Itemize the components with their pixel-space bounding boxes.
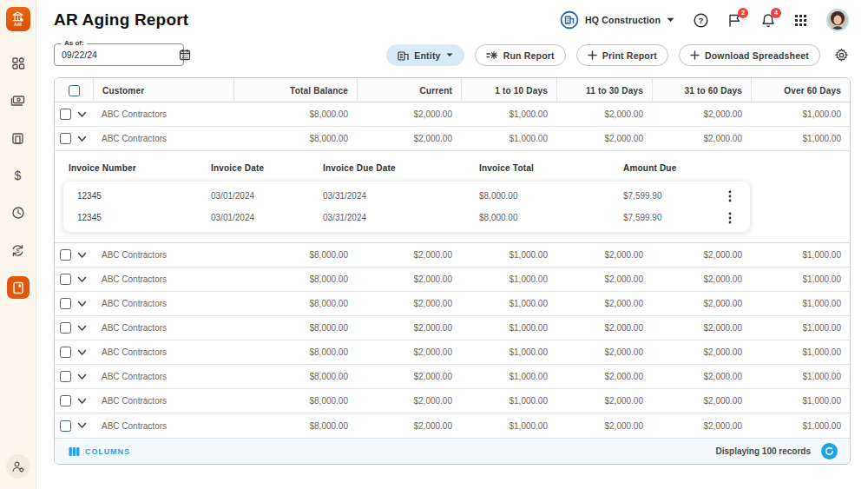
table-row[interactable]: ABC Contractors$8,000.00$2,000.00$1,000.… (55, 102, 850, 127)
row-checkbox[interactable] (60, 274, 71, 285)
customer-cell: ABC Contractors (93, 274, 233, 284)
table-row[interactable]: ABC Contractors$8,000.00$2,000.00$1,000.… (55, 389, 850, 413)
row-checkbox[interactable] (60, 420, 71, 432)
records-count: Displaying 100 records (716, 446, 812, 456)
app-logo[interactable]: A/R (6, 7, 30, 31)
sidebar-item-user-settings[interactable] (6, 454, 30, 479)
table-body: ABC Contractors$8,000.00$2,000.00$1,000.… (55, 102, 850, 438)
expand-chevron-icon[interactable] (77, 373, 87, 380)
sidebar-item-sync-payments[interactable]: $ (7, 239, 30, 261)
column-header-customer[interactable]: Customer (93, 78, 233, 102)
invoice-date-cell: 03/01/2024 (211, 213, 323, 222)
columns-button[interactable]: COLUMNS (69, 446, 130, 457)
invoice-detail-panel: Invoice NumberInvoice DateInvoice Due Da… (55, 151, 850, 243)
calendar-icon[interactable] (179, 49, 191, 61)
row-checkbox[interactable] (60, 109, 71, 120)
over-60-cell: $1,000.00 (751, 396, 850, 406)
invoice-row[interactable]: 1234503/01/202403/31/2024$8,000.00$7,599… (63, 207, 750, 228)
table-row[interactable]: ABC Contractors$8,000.00$2,000.00$1,000.… (55, 340, 850, 365)
column-header-over-60-days[interactable]: Over 60 Days (751, 78, 850, 102)
sidebar-item-history[interactable] (7, 202, 30, 224)
select-all-checkbox[interactable] (69, 85, 80, 96)
current-cell: $2,000.00 (357, 323, 461, 333)
column-header-total-balance[interactable]: Total Balance (233, 78, 357, 102)
sidebar-item-ar-aging-active[interactable] (7, 276, 30, 299)
entity-label: Entity (414, 50, 440, 61)
row-checkbox[interactable] (60, 395, 71, 406)
current-cell: $2,000.00 (357, 347, 461, 357)
run-report-button[interactable]: Run Report (475, 44, 566, 66)
expand-chevron-icon[interactable] (77, 111, 87, 118)
help-button[interactable]: ? (694, 13, 708, 28)
user-avatar[interactable] (826, 9, 849, 31)
refresh-button[interactable] (821, 443, 838, 459)
expand-chevron-icon[interactable] (77, 252, 87, 259)
days-1-10-cell: $1,000.00 (461, 109, 556, 119)
print-report-label: Print Report (602, 50, 657, 61)
expand-chevron-icon[interactable] (77, 349, 87, 356)
sidebar-item-billing[interactable]: $ (7, 164, 30, 187)
table-row[interactable]: ABC Contractors$8,000.00$2,000.00$1,000.… (55, 127, 850, 151)
download-spreadsheet-button[interactable]: Download Spreadsheet (679, 44, 820, 66)
expand-chevron-icon[interactable] (77, 398, 87, 405)
days-1-10-cell: $1,000.00 (461, 347, 556, 357)
topbar-actions: HQ Construction ? 2 (560, 9, 849, 31)
table-row[interactable]: ABC Contractors$8,000.00$2,000.00$1,000.… (55, 365, 850, 389)
sidebar-item-documents[interactable] (7, 127, 30, 149)
expand-chevron-icon[interactable] (77, 422, 87, 429)
clock-icon (11, 206, 25, 220)
customer-cell: ABC Contractors (93, 372, 233, 381)
row-checkbox[interactable] (60, 371, 71, 382)
over-60-cell: $1,000.00 (751, 109, 850, 119)
sidebar-nav: $ $ (7, 52, 30, 299)
expand-chevron-icon[interactable] (77, 301, 87, 307)
row-controls (55, 322, 93, 334)
row-controls (55, 109, 93, 120)
as-of-date-field[interactable]: As of: (54, 43, 184, 66)
columns-icon (69, 446, 80, 457)
row-checkbox[interactable] (60, 298, 71, 309)
notifications-button[interactable]: 4 (761, 13, 775, 28)
table-row[interactable]: ABC Contractors$8,000.00$2,000.00$1,000.… (55, 413, 850, 438)
days-11-30-cell: $2,000.00 (556, 250, 652, 260)
customer-cell: ABC Contractors (93, 250, 233, 260)
row-controls (55, 298, 93, 309)
footer-right: Displaying 100 records (716, 443, 838, 459)
row-checkbox[interactable] (60, 347, 71, 358)
table-row[interactable]: ABC Contractors$8,000.00$2,000.00$1,000.… (55, 268, 850, 292)
days-1-10-cell: $1,000.00 (461, 134, 556, 143)
column-header-31-60-days[interactable]: 31 to 60 Days (652, 78, 751, 102)
column-header-current[interactable]: Current (357, 78, 461, 102)
table-row[interactable]: ABC Contractors$8,000.00$2,000.00$1,000.… (55, 243, 850, 268)
messages-button[interactable]: 2 (727, 13, 742, 28)
as-of-label: As of: (62, 39, 87, 47)
expand-chevron-icon[interactable] (77, 135, 87, 142)
invoice-row[interactable]: 1234503/01/202403/31/2024$8,000.00$7,599… (63, 185, 750, 207)
caret-down-icon (446, 53, 453, 57)
report-settings-button[interactable] (834, 48, 849, 63)
row-checkbox[interactable] (60, 133, 71, 144)
sidebar-item-payments[interactable] (7, 89, 30, 112)
expand-chevron-icon[interactable] (77, 276, 87, 283)
expand-chevron-icon[interactable] (77, 325, 87, 332)
column-header-11-30-days[interactable]: 11 to 30 Days (556, 78, 652, 102)
days-1-10-cell: $1,000.00 (461, 323, 556, 333)
print-report-button[interactable]: Print Report (576, 44, 668, 66)
invoice-row-menu-button[interactable] (715, 190, 745, 202)
svg-text:$: $ (15, 169, 22, 182)
entity-button[interactable]: Entity (386, 44, 464, 66)
column-header-1-10-days[interactable]: 1 to 10 Days (461, 78, 556, 102)
row-checkbox[interactable] (60, 322, 71, 334)
as-of-input[interactable] (62, 50, 179, 60)
row-checkbox[interactable] (60, 249, 71, 261)
company-selector[interactable]: HQ Construction (560, 10, 674, 30)
invoice-row-menu-button[interactable] (715, 212, 745, 224)
apps-grid-button[interactable] (794, 14, 807, 27)
table-row[interactable]: ABC Contractors$8,000.00$2,000.00$1,000.… (55, 316, 850, 340)
days-31-60-cell: $2,000.00 (652, 347, 751, 357)
invoice-column-header: Invoice Date (211, 163, 323, 173)
sidebar-item-dashboard[interactable] (7, 52, 30, 75)
table-row[interactable]: ABC Contractors$8,000.00$2,000.00$1,000.… (55, 292, 850, 316)
current-cell: $2,000.00 (357, 372, 461, 381)
days-11-30-cell: $2,000.00 (556, 299, 652, 308)
